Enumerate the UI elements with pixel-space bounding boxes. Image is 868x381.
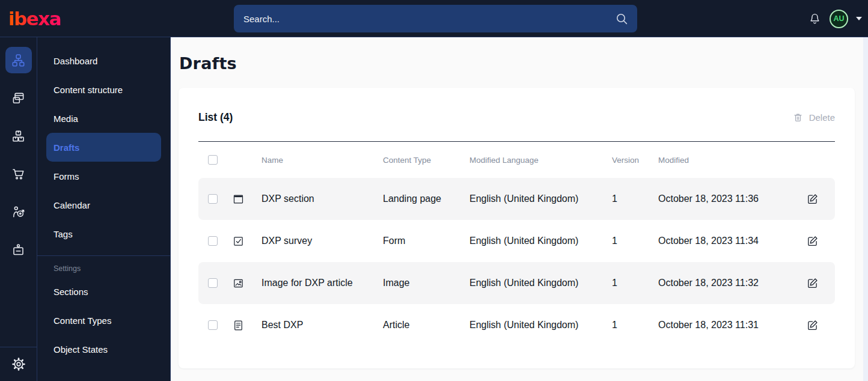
sidebar-item-label: Media xyxy=(53,114,78,124)
row-version: 1 xyxy=(612,320,658,331)
rail-item-products[interactable] xyxy=(5,123,32,149)
table-header-row: Name Content Type Modified Language Vers… xyxy=(198,142,835,178)
table-body: DXP sectionLanding pageEnglish (United K… xyxy=(198,178,835,346)
page-title: Drafts xyxy=(179,54,855,73)
user-avatar[interactable]: AU xyxy=(830,10,848,28)
column-header-modified: Modified xyxy=(658,156,806,165)
sidebar-item-sections[interactable]: Sections xyxy=(46,277,161,306)
sidebar-menu: DashboardContent structureMediaDraftsFor… xyxy=(37,46,170,248)
edit-button[interactable] xyxy=(806,192,819,206)
sidebar-item-label: Content structure xyxy=(53,85,123,95)
row-language: English (United Kingdom) xyxy=(469,194,612,204)
row-checkbox[interactable] xyxy=(208,236,218,246)
edit-icon xyxy=(806,193,819,206)
gear-icon[interactable] xyxy=(11,356,26,372)
sidebar-item-label: Drafts xyxy=(53,142,79,153)
row-checkbox[interactable] xyxy=(208,194,218,204)
form-icon xyxy=(232,235,245,248)
settings-group-label: Settings xyxy=(53,264,170,273)
card-header: List (4) Delete xyxy=(179,88,855,125)
row-version: 1 xyxy=(612,278,658,288)
row-checkbox[interactable] xyxy=(208,320,218,330)
corporate-icon xyxy=(11,242,26,257)
row-checkbox[interactable] xyxy=(208,278,218,288)
rail-footer xyxy=(0,347,37,381)
landing-page-icon xyxy=(232,193,245,206)
column-header-modified-language: Modified Language xyxy=(469,156,612,165)
rail-item-commerce[interactable] xyxy=(5,160,32,187)
row-version: 1 xyxy=(612,194,658,204)
products-icon xyxy=(11,129,26,144)
search-bar xyxy=(234,5,637,32)
row-language: English (United Kingdom) xyxy=(469,278,612,288)
row-language: English (United Kingdom) xyxy=(469,320,612,331)
edit-button[interactable] xyxy=(806,234,819,248)
row-language: English (United Kingdom) xyxy=(469,236,612,246)
table-row[interactable]: Image for DXP articleImageEnglish (Unite… xyxy=(198,262,835,304)
edit-button[interactable] xyxy=(806,319,819,332)
user-menu-caret-icon[interactable] xyxy=(856,17,862,20)
row-name: Best DXP xyxy=(261,320,383,331)
rail-items xyxy=(0,37,37,347)
vertical-scrollbar[interactable] xyxy=(863,37,868,381)
topbar: ibexa AU xyxy=(0,0,868,37)
row-content-type: Article xyxy=(383,320,469,331)
article-icon xyxy=(232,319,245,332)
pages-icon xyxy=(11,91,26,106)
search-input[interactable] xyxy=(234,5,637,32)
sidebar-item-dashboard[interactable]: Dashboard xyxy=(46,46,161,75)
row-modified: October 18, 2023 11:36 xyxy=(658,194,806,204)
sidebar-settings-menu: SectionsContent TypesObject States xyxy=(37,277,170,364)
table-row[interactable]: DXP sectionLanding pageEnglish (United K… xyxy=(198,178,835,220)
rail-item-personalization[interactable] xyxy=(5,198,32,225)
sidebar-item-content-structure[interactable]: Content structure xyxy=(46,75,161,104)
icon-rail xyxy=(0,37,37,381)
ibexa-logo[interactable]: ibexa xyxy=(8,7,61,30)
drafts-table: Name Content Type Modified Language Vers… xyxy=(198,141,835,346)
row-modified: October 18, 2023 11:34 xyxy=(658,236,806,246)
list-heading: List (4) xyxy=(198,109,233,125)
edit-icon xyxy=(806,319,819,332)
sidebar-item-label: Tags xyxy=(53,229,73,239)
column-header-name: Name xyxy=(261,156,383,165)
column-header-content-type: Content Type xyxy=(383,156,469,165)
delete-label: Delete xyxy=(809,112,835,123)
sidebar-item-label: Object States xyxy=(53,344,108,355)
search-icon[interactable] xyxy=(614,11,629,26)
rail-item-corporate[interactable] xyxy=(5,236,32,263)
table-row[interactable]: Best DXPArticleEnglish (United Kingdom)1… xyxy=(198,304,835,346)
sidebar-item-media[interactable]: Media xyxy=(46,104,161,133)
sidebar-item-content-types[interactable]: Content Types xyxy=(46,306,161,335)
personalization-icon xyxy=(11,204,26,219)
row-modified: October 18, 2023 11:32 xyxy=(658,278,806,288)
trash-icon xyxy=(792,112,804,123)
sidebar-item-tags[interactable]: Tags xyxy=(46,219,161,248)
table-row[interactable]: DXP surveyFormEnglish (United Kingdom)1O… xyxy=(198,220,835,262)
sidebar-item-drafts[interactable]: Drafts xyxy=(46,133,161,162)
commerce-icon xyxy=(11,166,26,181)
sidebar-item-label: Forms xyxy=(53,171,79,181)
row-modified: October 18, 2023 11:31 xyxy=(658,320,806,331)
delete-button[interactable]: Delete xyxy=(792,112,835,123)
row-name: DXP survey xyxy=(261,236,383,246)
sidebar-item-label: Sections xyxy=(53,287,88,297)
row-content-type: Image xyxy=(383,278,469,288)
sidebar-item-forms[interactable]: Forms xyxy=(46,162,161,190)
sidebar-item-calendar[interactable]: Calendar xyxy=(46,190,161,219)
column-header-version: Version xyxy=(612,156,658,165)
row-name: Image for DXP article xyxy=(261,278,383,288)
notifications-bell-icon[interactable] xyxy=(808,12,822,26)
content-tree-icon xyxy=(11,53,26,68)
sidebar: DashboardContent structureMediaDraftsFor… xyxy=(37,37,171,381)
rail-item-content-tree[interactable] xyxy=(5,47,32,73)
sidebar-item-label: Content Types xyxy=(53,315,111,326)
row-content-type: Landing page xyxy=(383,194,469,204)
edit-button[interactable] xyxy=(806,276,819,290)
rail-item-pages[interactable] xyxy=(5,85,32,111)
row-version: 1 xyxy=(612,236,658,246)
sidebar-divider xyxy=(37,255,170,256)
select-all-checkbox[interactable] xyxy=(208,155,218,165)
main-content: Drafts List (4) Delete xyxy=(171,37,863,381)
sidebar-item-label: Dashboard xyxy=(53,56,97,66)
sidebar-item-object-states[interactable]: Object States xyxy=(46,335,161,364)
